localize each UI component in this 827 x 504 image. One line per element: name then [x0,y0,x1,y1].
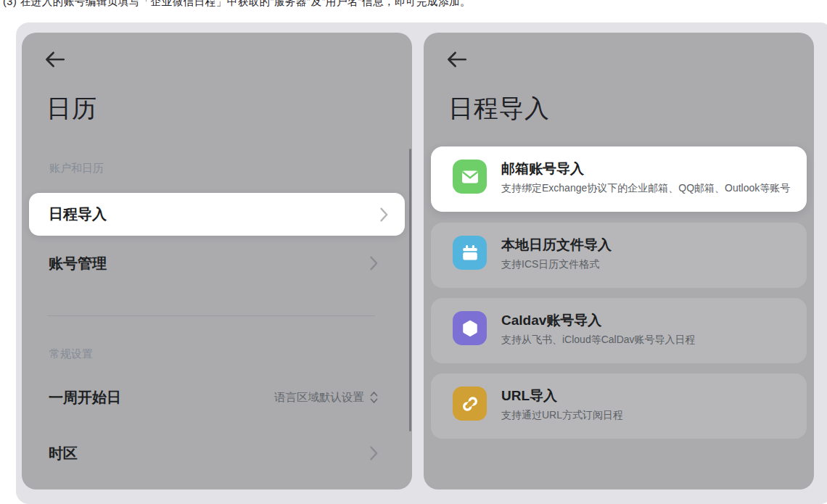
chevron-up-down-icon [369,390,379,405]
row-week-start[interactable]: 一周开始日 语言区域默认设置 [49,381,379,413]
page-title: 日历 [46,92,97,125]
import-option-title: URL导入 [501,388,623,405]
schedule-import-panel: 日程导入 邮箱账号导入 支持绑定Exchange协议下的企业邮箱、QQ邮箱、Ou… [424,33,814,489]
row-timezone[interactable]: 时区 [49,437,379,469]
row-week-start-label: 一周开始日 [49,388,121,408]
arrow-left-icon [444,47,469,72]
screenshot-frame: 日历 账户和日历 日程导入 账号管理 常规设置 一周开始日 语言区域默认设置 [16,22,827,504]
chevron-right-icon [369,255,379,271]
mail-icon [453,160,487,194]
row-account-management-label: 账号管理 [49,254,107,273]
import-option-local-file[interactable]: 本地日历文件导入 支持ICS日历文件格式 [431,223,807,288]
calendar-settings-panel: 日历 账户和日历 日程导入 账号管理 常规设置 一周开始日 语言区域默认设置 [22,33,412,489]
import-option-caldav[interactable]: Caldav账号导入 支持从飞书、iCloud等CalDav账号导入日程 [431,298,807,363]
chevron-right-icon [379,207,389,223]
import-option-url[interactable]: URL导入 支持通过URL方式订阅日程 [431,373,807,439]
week-start-value: 语言区域默认设置 [274,390,364,405]
scrollbar[interactable] [409,149,411,431]
row-account-management[interactable]: 账号管理 [49,247,379,279]
chevron-right-icon [369,445,379,461]
section-divider [47,315,375,316]
back-button[interactable] [444,47,469,72]
import-option-title: Caldav账号导入 [501,313,696,329]
import-option-title: 本地日历文件导入 [501,237,612,254]
page-title: 日程导入 [448,92,550,125]
link-icon [453,387,487,421]
import-option-email[interactable]: 邮箱账号导入 支持绑定Exchange协议下的企业邮箱、QQ邮箱、Outlook… [431,146,807,212]
row-schedule-import[interactable]: 日程导入 [29,193,405,236]
section-label-accounts: 账户和日历 [49,162,104,175]
row-timezone-label: 时区 [49,444,78,463]
doc-step-text: (3) 在进入的账号编辑页填写「企业微信日程」中获取的“服务器”及“用户名”信息… [3,0,471,9]
import-option-subtitle: 支持从飞书、iCloud等CalDav账号导入日程 [501,332,696,347]
import-option-subtitle: 支持通过URL方式订阅日程 [501,408,623,423]
row-schedule-import-label: 日程导入 [49,205,107,224]
back-button[interactable] [42,47,67,72]
arrow-left-icon [42,47,67,72]
hexagon-icon [453,311,487,345]
section-label-general: 常规设置 [49,347,93,361]
import-option-subtitle: 支持绑定Exchange协议下的企业邮箱、QQ邮箱、Outlook等账号 [501,181,790,196]
import-option-subtitle: 支持ICS日历文件格式 [501,257,612,272]
calendar-icon [453,236,487,270]
import-option-title: 邮箱账号导入 [501,161,790,178]
